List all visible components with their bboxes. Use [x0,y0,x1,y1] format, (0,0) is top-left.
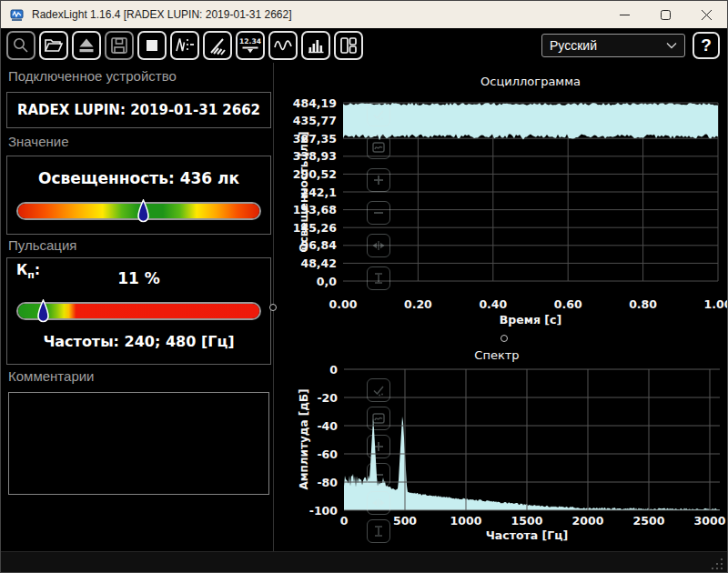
wave-box-icon [371,411,386,426]
language-select[interactable]: Русский [541,34,685,57]
svg-text:0.60: 0.60 [554,297,582,311]
app-icon [10,7,25,22]
window-title: RadexLight 1.16.4 [RADEX LUPIN: 2019-01-… [32,8,292,21]
oscillogram-chart[interactable]: 484,19435,77387,35338,93290,52242,1193,6… [292,72,728,337]
svg-text:Амплитуда [дБ]: Амплитуда [дБ] [298,388,310,489]
app-window: RadexLight 1.16.4 [RADEX LUPIN: 2019-01-… [0,0,728,573]
chart-splitter-grip[interactable] [500,335,508,342]
copy-chart-button[interactable] [367,407,390,430]
magnifier-icon [10,35,32,56]
value-section-label: Значение [8,134,69,149]
wave-box-icon [371,140,386,155]
svg-text:1.00: 1.00 [704,297,728,311]
clear-button[interactable] [203,31,232,60]
minus-icon [371,206,386,220]
resize-grip[interactable] [711,558,723,570]
brush-icon [207,35,228,56]
zoom-out-button[interactable] [367,201,390,225]
close-icon [702,10,712,20]
panel-splitter-grip[interactable] [269,304,277,311]
svg-text:-80: -80 [317,476,338,489]
stop-icon [141,35,163,56]
wave-icon [272,35,294,56]
pulsation-section-label: Пульсация [8,237,76,253]
svg-text:2000: 2000 [572,514,604,528]
svg-text:Частота [Гц]: Частота [Гц] [486,528,568,542]
svg-text:0: 0 [329,363,338,377]
toolbar-right: Русский ? [541,28,720,63]
stop-measurement-button[interactable] [137,31,167,60]
eject-device-button[interactable] [72,31,101,60]
spectrum-chart[interactable]: 0-20-40-60-80-10005001000150020002500300… [292,345,728,551]
svg-text:1500: 1500 [511,514,543,528]
plus-icon [371,439,386,454]
device-box: RADEX LUPIN: 2019-01-31 2662 [6,92,271,128]
svg-text:3000: 3000 [694,514,726,528]
autoscale-button[interactable] [367,378,390,402]
numeric-display-button[interactable]: 12.34 [236,31,265,60]
main-area: Подключенное устройство RADEX LUPIN: 201… [1,63,727,551]
device-name: RADEX LUPIN: 2019-01-31 2662 [7,93,270,127]
illuminance-value: Освещенность: 436 лк [7,169,270,187]
fit-h-icon [371,496,386,510]
pulsation-scale-bar [16,302,261,320]
bars-icon [305,35,327,56]
save-file-button[interactable] [105,31,134,60]
svg-text:0.00: 0.00 [329,297,358,311]
plus-icon [371,173,386,187]
pulsation-marker-icon [37,299,49,324]
fit-h-icon [371,238,386,253]
open-folder-icon [43,35,65,56]
value-box: Освещенность: 436 лк [6,156,271,235]
help-button[interactable]: ? [693,32,720,59]
zoom-tool-button[interactable] [6,31,35,60]
comments-input[interactable] [8,392,269,495]
zoom-in-button[interactable] [367,168,390,192]
fit-horizontal-button[interactable] [367,234,390,257]
open-file-button[interactable] [39,31,68,60]
svg-text:Освещенность [лк]: Освещенность [лк] [298,131,310,252]
toolbar: 12.34 Русский ? [1,28,727,63]
svg-text:12.34: 12.34 [239,37,261,45]
svg-text:0.20: 0.20 [404,297,432,311]
svg-text:435,77: 435,77 [293,114,337,127]
maximize-button[interactable] [645,1,686,28]
pulsation-value: 11 % [7,269,270,287]
pulsation-gradient [18,304,259,318]
device-section-label: Подключенное устройство [8,68,177,84]
chevron-down-icon [666,42,677,49]
fit-v-icon [371,271,386,286]
svg-text:-100: -100 [309,504,339,518]
fit-vertical-button[interactable] [367,266,390,290]
fit-horizontal-button[interactable] [367,491,390,515]
layout-icon [338,35,359,56]
zoom-in-button[interactable] [367,435,390,458]
signal-marks-button[interactable] [170,31,199,60]
pulsation-box: Кп: 11 % Частоты: 240; 480 [Гц] [6,257,271,365]
layout-panels-button[interactable] [334,31,363,60]
svg-text:0.80: 0.80 [629,297,657,311]
titlebar: RadexLight 1.16.4 [RADEX LUPIN: 2019-01-… [1,1,727,28]
fit-v-icon [371,524,386,538]
minimize-button[interactable] [604,1,645,28]
oscillogram-view-button[interactable] [268,31,298,60]
close-button[interactable] [686,1,727,28]
svg-text:2500: 2500 [633,514,665,528]
autoscale-button[interactable] [367,103,390,126]
spectrum-view-button[interactable] [301,31,330,60]
fit-vertical-button[interactable] [367,519,390,543]
svg-text:Спектр: Спектр [474,348,519,362]
svg-text:Время [с]: Время [с] [500,313,561,327]
illuminance-marker-icon [137,199,149,224]
frequencies-text: Частоты: 240; 480 [Гц] [7,333,270,350]
window-controls [604,1,727,28]
minus-icon [371,467,386,482]
toolbar-buttons: 12.34 [6,31,363,60]
svg-text:0,0: 0,0 [317,275,337,288]
check-icon [371,107,386,122]
kp-label: Кп: [16,262,40,281]
copy-chart-button[interactable] [367,136,390,159]
svg-text:0: 0 [340,514,349,528]
zoom-out-button[interactable] [367,463,390,487]
svg-text:-60: -60 [317,447,338,461]
